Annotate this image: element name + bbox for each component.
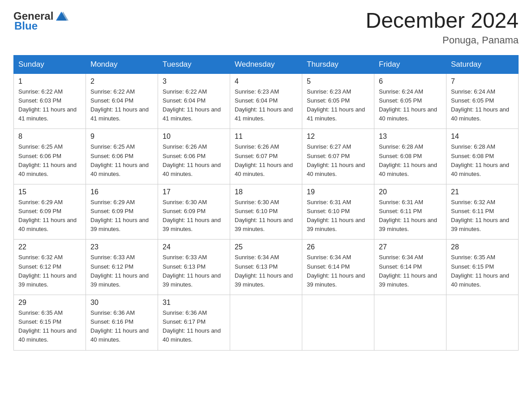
day-info: Sunrise: 6:30 AMSunset: 6:10 PMDaylight:… (235, 199, 293, 232)
day-info: Sunrise: 6:36 AMSunset: 6:16 PMDaylight:… (90, 309, 149, 343)
calendar-week-row: 1 Sunrise: 6:22 AMSunset: 6:03 PMDayligh… (14, 73, 519, 129)
day-info: Sunrise: 6:29 AMSunset: 6:09 PMDaylight:… (90, 199, 149, 232)
calendar-cell (230, 295, 302, 351)
calendar-cell: 22 Sunrise: 6:32 AMSunset: 6:12 PMDaylig… (14, 240, 86, 295)
day-number: 11 (235, 133, 297, 141)
weekday-header-friday: Friday (374, 55, 446, 73)
calendar-subtitle: Ponuga, Panama (365, 34, 519, 46)
calendar-title: December 2024 (365, 9, 519, 33)
calendar-cell: 5 Sunrise: 6:23 AMSunset: 6:05 PMDayligh… (302, 73, 374, 129)
calendar-cell: 6 Sunrise: 6:24 AMSunset: 6:05 PMDayligh… (374, 73, 446, 129)
day-number: 1 (18, 77, 81, 86)
day-info: Sunrise: 6:36 AMSunset: 6:17 PMDaylight:… (163, 309, 221, 343)
page-header: General Blue December 2024 Ponuga, Panam… (13, 9, 519, 46)
calendar-cell: 8 Sunrise: 6:25 AMSunset: 6:06 PMDayligh… (14, 129, 86, 184)
day-number: 18 (235, 188, 297, 196)
day-number: 22 (18, 243, 81, 251)
day-number: 25 (235, 243, 297, 251)
calendar-cell: 29 Sunrise: 6:35 AMSunset: 6:15 PMDaylig… (14, 295, 86, 351)
day-number: 8 (18, 133, 81, 141)
day-number: 20 (379, 188, 442, 196)
day-number: 3 (163, 77, 225, 86)
calendar-cell: 13 Sunrise: 6:28 AMSunset: 6:08 PMDaylig… (374, 129, 446, 184)
day-info: Sunrise: 6:24 AMSunset: 6:05 PMDaylight:… (379, 88, 437, 122)
calendar-cell: 31 Sunrise: 6:36 AMSunset: 6:17 PMDaylig… (158, 295, 230, 351)
day-info: Sunrise: 6:26 AMSunset: 6:07 PMDaylight:… (235, 143, 293, 177)
day-info: Sunrise: 6:29 AMSunset: 6:09 PMDaylight:… (18, 199, 77, 232)
calendar-cell: 10 Sunrise: 6:26 AMSunset: 6:06 PMDaylig… (158, 129, 230, 184)
day-number: 10 (163, 133, 225, 141)
day-info: Sunrise: 6:23 AMSunset: 6:04 PMDaylight:… (235, 88, 293, 122)
day-info: Sunrise: 6:25 AMSunset: 6:06 PMDaylight:… (90, 143, 149, 177)
day-number: 19 (307, 188, 369, 196)
weekday-header-tuesday: Tuesday (158, 55, 230, 73)
day-number: 4 (235, 77, 297, 86)
calendar-cell: 17 Sunrise: 6:30 AMSunset: 6:09 PMDaylig… (158, 184, 230, 240)
calendar-cell: 12 Sunrise: 6:27 AMSunset: 6:07 PMDaylig… (302, 129, 374, 184)
day-info: Sunrise: 6:22 AMSunset: 6:04 PMDaylight:… (90, 88, 149, 122)
day-number: 30 (90, 299, 153, 307)
day-number: 29 (18, 299, 81, 307)
weekday-header-saturday: Saturday (446, 55, 519, 73)
day-info: Sunrise: 6:31 AMSunset: 6:11 PMDaylight:… (379, 199, 437, 232)
day-info: Sunrise: 6:28 AMSunset: 6:08 PMDaylight:… (379, 143, 437, 177)
calendar-cell: 21 Sunrise: 6:32 AMSunset: 6:11 PMDaylig… (446, 184, 519, 240)
day-info: Sunrise: 6:28 AMSunset: 6:08 PMDaylight:… (451, 143, 509, 177)
day-info: Sunrise: 6:35 AMSunset: 6:15 PMDaylight:… (451, 254, 509, 287)
calendar-cell: 7 Sunrise: 6:24 AMSunset: 6:05 PMDayligh… (446, 73, 519, 129)
calendar-cell: 1 Sunrise: 6:22 AMSunset: 6:03 PMDayligh… (14, 73, 86, 129)
day-info: Sunrise: 6:34 AMSunset: 6:14 PMDaylight:… (307, 254, 365, 287)
day-info: Sunrise: 6:22 AMSunset: 6:03 PMDaylight:… (18, 88, 77, 122)
calendar-cell: 24 Sunrise: 6:33 AMSunset: 6:13 PMDaylig… (158, 240, 230, 295)
title-area: December 2024 Ponuga, Panama (365, 9, 519, 46)
calendar-cell: 16 Sunrise: 6:29 AMSunset: 6:09 PMDaylig… (86, 184, 158, 240)
day-info: Sunrise: 6:27 AMSunset: 6:07 PMDaylight:… (307, 143, 365, 177)
logo-blue-text: Blue (14, 20, 38, 32)
calendar-cell: 25 Sunrise: 6:34 AMSunset: 6:13 PMDaylig… (230, 240, 302, 295)
day-info: Sunrise: 6:22 AMSunset: 6:04 PMDaylight:… (163, 88, 221, 122)
calendar-cell: 28 Sunrise: 6:35 AMSunset: 6:15 PMDaylig… (446, 240, 519, 295)
day-number: 23 (90, 243, 153, 251)
weekday-header-sunday: Sunday (14, 55, 86, 73)
calendar-week-row: 8 Sunrise: 6:25 AMSunset: 6:06 PMDayligh… (14, 129, 519, 184)
weekday-header-wednesday: Wednesday (230, 55, 302, 73)
weekday-header-row: SundayMondayTuesdayWednesdayThursdayFrid… (14, 55, 519, 73)
logo-icon (54, 9, 69, 23)
calendar-cell: 18 Sunrise: 6:30 AMSunset: 6:10 PMDaylig… (230, 184, 302, 240)
calendar-cell: 30 Sunrise: 6:36 AMSunset: 6:16 PMDaylig… (86, 295, 158, 351)
day-number: 26 (307, 243, 369, 251)
day-number: 14 (451, 133, 514, 141)
day-info: Sunrise: 6:33 AMSunset: 6:12 PMDaylight:… (90, 254, 149, 287)
calendar-week-row: 15 Sunrise: 6:29 AMSunset: 6:09 PMDaylig… (14, 184, 519, 240)
calendar-cell: 9 Sunrise: 6:25 AMSunset: 6:06 PMDayligh… (86, 129, 158, 184)
day-number: 17 (163, 188, 225, 196)
calendar-cell: 2 Sunrise: 6:22 AMSunset: 6:04 PMDayligh… (86, 73, 158, 129)
calendar-cell: 27 Sunrise: 6:34 AMSunset: 6:14 PMDaylig… (374, 240, 446, 295)
day-number: 2 (90, 77, 153, 86)
day-info: Sunrise: 6:23 AMSunset: 6:05 PMDaylight:… (307, 88, 365, 122)
weekday-header-thursday: Thursday (302, 55, 374, 73)
logo: General Blue (13, 9, 69, 32)
calendar-cell: 11 Sunrise: 6:26 AMSunset: 6:07 PMDaylig… (230, 129, 302, 184)
weekday-header-monday: Monday (86, 55, 158, 73)
calendar-week-row: 29 Sunrise: 6:35 AMSunset: 6:15 PMDaylig… (14, 295, 519, 351)
day-info: Sunrise: 6:32 AMSunset: 6:12 PMDaylight:… (18, 254, 77, 287)
day-number: 31 (163, 299, 225, 307)
day-number: 13 (379, 133, 442, 141)
day-info: Sunrise: 6:24 AMSunset: 6:05 PMDaylight:… (451, 88, 509, 122)
day-number: 21 (451, 188, 514, 196)
day-info: Sunrise: 6:26 AMSunset: 6:06 PMDaylight:… (163, 143, 221, 177)
day-number: 28 (451, 243, 514, 251)
day-info: Sunrise: 6:25 AMSunset: 6:06 PMDaylight:… (18, 143, 77, 177)
calendar-cell: 23 Sunrise: 6:33 AMSunset: 6:12 PMDaylig… (86, 240, 158, 295)
day-number: 27 (379, 243, 442, 251)
day-number: 16 (90, 188, 153, 196)
day-number: 9 (90, 133, 153, 141)
day-number: 6 (379, 77, 442, 86)
day-info: Sunrise: 6:33 AMSunset: 6:13 PMDaylight:… (163, 254, 221, 287)
calendar-cell: 4 Sunrise: 6:23 AMSunset: 6:04 PMDayligh… (230, 73, 302, 129)
calendar-cell: 19 Sunrise: 6:31 AMSunset: 6:10 PMDaylig… (302, 184, 374, 240)
calendar-cell: 20 Sunrise: 6:31 AMSunset: 6:11 PMDaylig… (374, 184, 446, 240)
day-number: 7 (451, 77, 514, 86)
day-info: Sunrise: 6:32 AMSunset: 6:11 PMDaylight:… (451, 199, 509, 232)
